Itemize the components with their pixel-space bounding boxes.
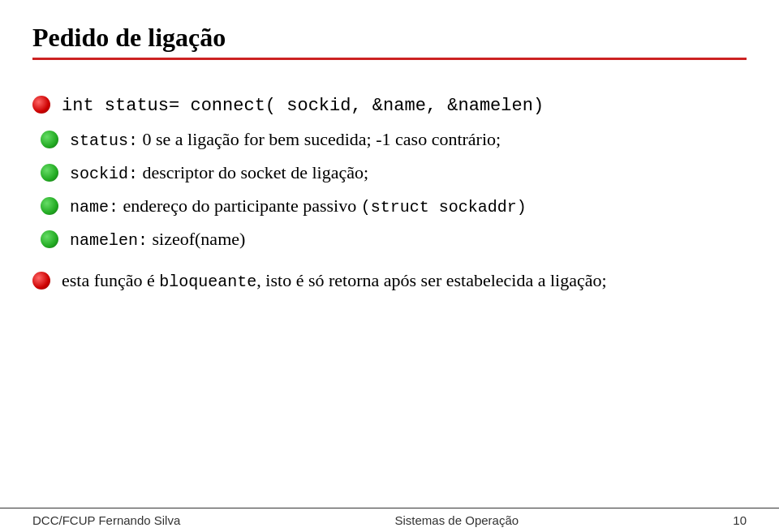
bottom-bullet-list: esta função é bloqueante, isto é só reto… <box>32 268 747 294</box>
name-code: name: <box>70 198 118 217</box>
green-bullet-icon-3 <box>41 197 58 215</box>
header-divider <box>32 58 747 60</box>
sub-bullet-list: status: 0 se a ligação for bem sucedida;… <box>41 127 747 252</box>
slide-content: int status= connect( sockid, &name, &nam… <box>0 68 779 313</box>
main-code-text: int status= connect( sockid, &name, &nam… <box>62 92 544 119</box>
footer-page-number: 10 <box>733 513 747 527</box>
bottom-bullet-text: esta função é bloqueante, isto é só reto… <box>62 268 607 294</box>
slide-container: Pedido de ligação int status= connect( s… <box>0 0 779 532</box>
footer-center-text: Sistemas de Operação <box>395 513 519 527</box>
sub-item-3-text: name: endereço do participante passivo (… <box>70 194 527 219</box>
green-bullet-icon-1 <box>41 131 58 148</box>
sub-item-1: status: 0 se a ligação for bem sucedida;… <box>41 127 747 152</box>
sockid-code: sockid: <box>70 165 138 183</box>
main-bullet-list: int status= connect( sockid, &name, &nam… <box>32 92 747 119</box>
namelen-code: namelen: <box>70 231 148 250</box>
sub-item-1-text: status: 0 se a ligação for bem sucedida;… <box>70 127 501 152</box>
connect-code: int status= connect( sockid, &name, &nam… <box>62 96 544 116</box>
bloqueante-code: bloqueante <box>159 272 256 291</box>
main-bullet-item: int status= connect( sockid, &name, &nam… <box>32 92 747 119</box>
slide-footer: DCC/FCUP Fernando Silva Sistemas de Oper… <box>0 508 779 532</box>
bottom-bullet-item: esta função é bloqueante, isto é só reto… <box>32 268 747 294</box>
sockaddr-code: (struct sockaddr) <box>361 198 527 217</box>
green-bullet-icon-4 <box>41 230 58 248</box>
footer-left-text: DCC/FCUP Fernando Silva <box>32 513 180 527</box>
slide-title: Pedido de ligação <box>32 23 747 53</box>
red-bullet-icon-2 <box>32 272 50 290</box>
sub-item-4-text: namelen: sizeof(name) <box>70 227 245 252</box>
sub-item-3: name: endereço do participante passivo (… <box>41 194 747 219</box>
green-bullet-icon-2 <box>41 164 58 182</box>
sub-item-2: sockid: descriptor do socket de ligação; <box>41 161 747 186</box>
bottom-bullet-group: esta função é bloqueante, isto é só reto… <box>32 268 747 294</box>
sub-item-4: namelen: sizeof(name) <box>41 227 747 252</box>
red-bullet-icon <box>32 96 50 114</box>
slide-header: Pedido de ligação <box>0 0 779 68</box>
sub-item-2-text: sockid: descriptor do socket de ligação; <box>70 161 368 186</box>
status-code: status: <box>70 131 138 150</box>
